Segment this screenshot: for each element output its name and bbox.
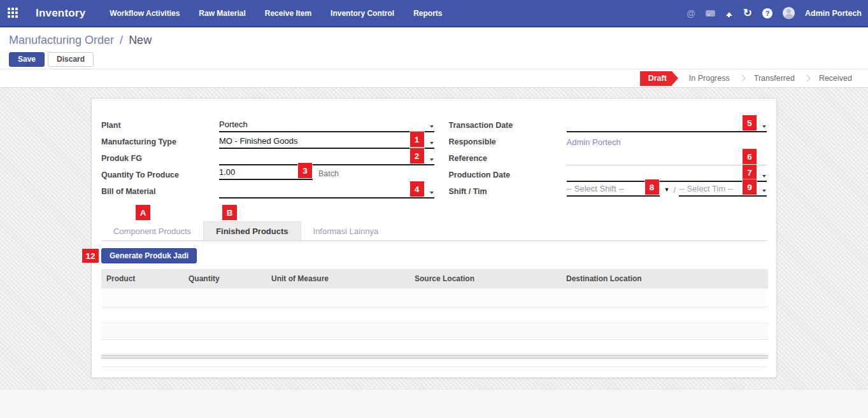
horizontal-scrollbar[interactable] <box>101 355 768 359</box>
quantity-uom-label: Batch <box>318 169 339 180</box>
table-empty-row[interactable] <box>101 323 768 340</box>
table-empty-row[interactable] <box>101 288 768 307</box>
production-date-select[interactable]: 7 <box>567 179 767 182</box>
tab-component-products[interactable]: Component Products <box>101 221 203 240</box>
page-footer-area <box>0 389 868 417</box>
menu-item-raw-material[interactable]: Raw Material <box>199 9 245 18</box>
annotation-badge-1: 1 <box>410 132 424 147</box>
breadcrumb-parent[interactable]: Manufacturing Order <box>9 34 114 46</box>
shift-placeholder: -- Select Shift -- <box>567 184 624 193</box>
manufacturing-type-value: MO - Finished Goods <box>219 136 298 146</box>
navbar-right: @ ↻ ? Admin Portech <box>687 7 862 19</box>
generate-produk-jadi-button[interactable]: Generate Produk Jadi 12 <box>101 248 197 263</box>
field-label-transaction-date: Transaction Date <box>449 121 567 132</box>
status-step-draft[interactable]: Draft <box>640 71 672 86</box>
discard-button[interactable]: Discard <box>48 52 94 67</box>
app-title: Inventory <box>36 7 85 20</box>
column-header-product[interactable]: Product <box>101 274 189 283</box>
chevron-right-icon <box>738 74 745 81</box>
manufacturing-type-select[interactable]: MO - Finished Goods 1 <box>219 136 434 149</box>
tab-informasi-lainnya[interactable]: Informasi Lainnya <box>301 221 391 240</box>
user-avatar[interactable] <box>783 7 795 19</box>
form-grid: Plant Portech Manufacturing Type MO - Fi… <box>101 116 767 199</box>
dropdown-caret-icon <box>430 125 434 128</box>
breadcrumb-current: New <box>129 34 152 46</box>
annotation-badge-A: A <box>136 205 150 220</box>
shift-tim-field: -- Select Shift -- 8 ▼ / -- Select Tim -… <box>567 184 767 199</box>
table-empty-row[interactable] <box>101 340 768 354</box>
quantity-value: 1.00 <box>219 167 235 177</box>
top-navbar: Inventory Workflow Activities Raw Materi… <box>0 0 868 27</box>
statusbar: Draft In Progress Transferred Received <box>0 69 868 88</box>
tab-label: Component Products <box>113 226 191 236</box>
field-label-manufacturing-type: Manufacturing Type <box>101 137 219 149</box>
field-label-bill-of-material: Bill of Material <box>101 187 219 199</box>
tab-label: Informasi Lainnya <box>313 226 379 236</box>
bill-of-material-select[interactable]: 4 <box>219 195 434 199</box>
status-step-in-progress[interactable]: In Progress <box>681 74 738 83</box>
status-step-transferred[interactable]: Transferred <box>746 74 803 83</box>
form-right-column: Transaction Date 5 Responsible Admin Por… <box>434 116 767 199</box>
column-header-source-location[interactable]: Source Location <box>415 274 566 283</box>
dropdown-caret-icon <box>430 192 434 194</box>
breadcrumb-separator: / <box>120 34 123 46</box>
shift-select[interactable]: -- Select Shift -- 8 ▼ <box>567 184 660 197</box>
save-button[interactable]: Save <box>9 52 45 67</box>
transaction-date-select[interactable]: 5 <box>567 129 767 132</box>
upload-arrow-icon[interactable] <box>725 9 733 17</box>
produk-fg-select[interactable]: 2 <box>219 162 434 165</box>
responsible-field: Admin Portech <box>567 137 767 149</box>
dropdown-caret-icon <box>762 190 766 192</box>
table-footer-divider <box>101 366 768 367</box>
main-menu: Workflow Activities Raw Material Receive… <box>110 9 442 18</box>
responsible-value: Admin Portech <box>567 137 621 147</box>
annotation-badge-2: 2 <box>410 148 424 164</box>
generate-button-label: Generate Produk Jadi <box>110 251 189 260</box>
field-label-production-date: Production Date <box>449 171 567 182</box>
content-area: Plant Portech Manufacturing Type MO - Fi… <box>0 88 868 417</box>
breadcrumb: Manufacturing Order / New <box>9 34 859 47</box>
annotation-badge-8: 8 <box>645 179 659 195</box>
field-label-responsible: Responsible <box>449 137 567 149</box>
tim-select[interactable]: -- Select Tim -- 9 <box>679 184 767 197</box>
mentions-icon[interactable]: @ <box>687 9 695 18</box>
page-header: Manufacturing Order / New Save Discard <box>0 27 868 69</box>
help-icon[interactable]: ? <box>762 8 772 18</box>
notebook-tabs: Component Products Finished Products Inf… <box>101 221 767 241</box>
field-label-reference: Reference <box>449 154 567 165</box>
dropdown-caret-icon <box>430 158 434 161</box>
select-arrow-icon: ▼ <box>664 186 670 193</box>
form-sheet: Plant Portech Manufacturing Type MO - Fi… <box>91 98 777 378</box>
menu-item-receive-item[interactable]: Receive Item <box>265 9 311 18</box>
toolbar: Save Discard <box>9 52 859 67</box>
field-label-quantity-to-produce: Quantity To Produce <box>101 171 219 182</box>
reference-input[interactable]: 6 <box>567 163 767 165</box>
table-empty-row[interactable] <box>101 307 768 323</box>
messages-icon[interactable] <box>706 10 715 17</box>
apps-grid-icon[interactable] <box>8 8 19 19</box>
menu-item-workflow-activities[interactable]: Workflow Activities <box>110 9 180 18</box>
column-header-destination-location[interactable]: Destination Location <box>566 274 768 283</box>
form-left-column: Plant Portech Manufacturing Type MO - Fi… <box>101 116 434 199</box>
column-header-unit-of-measure[interactable]: Unit of Measure <box>271 274 415 283</box>
refresh-icon[interactable]: ↻ <box>743 8 752 18</box>
column-header-quantity[interactable]: Quantity <box>189 274 271 283</box>
tab-finished-products[interactable]: Finished Products <box>203 221 301 240</box>
annotation-badge-12: 12 <box>82 249 99 263</box>
quantity-field-wrap: 1.00 3 Batch <box>219 167 434 182</box>
annotation-badge-6: 6 <box>743 149 757 164</box>
plant-value: Portech <box>219 120 248 129</box>
quantity-input[interactable]: 1.00 3 <box>219 167 313 180</box>
menu-item-reports[interactable]: Reports <box>413 9 442 18</box>
plant-select[interactable]: Portech <box>219 120 434 132</box>
user-menu[interactable]: Admin Portech <box>805 9 862 18</box>
annotation-badge-9: 9 <box>743 179 757 195</box>
finished-products-table: Product Quantity Unit of Measure Source … <box>101 269 768 367</box>
status-step-received[interactable]: Received <box>811 74 860 83</box>
table-header-row: Product Quantity Unit of Measure Source … <box>101 269 768 288</box>
menu-item-inventory-control[interactable]: Inventory Control <box>331 9 394 18</box>
tab-label: Finished Products <box>216 226 288 236</box>
dropdown-caret-icon <box>762 125 766 128</box>
annotation-badge-5: 5 <box>743 115 757 130</box>
dropdown-caret-icon <box>762 175 766 178</box>
